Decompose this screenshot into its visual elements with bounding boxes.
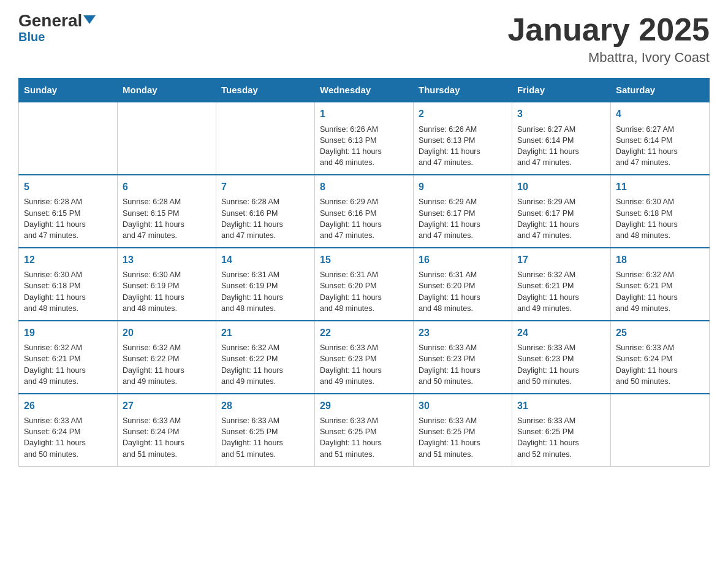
day-info: Sunrise: 6:33 AMSunset: 6:23 PMDaylight:… [419, 342, 507, 387]
calendar-cell: 23Sunrise: 6:33 AMSunset: 6:23 PMDayligh… [414, 321, 512, 394]
day-number: 9 [419, 180, 507, 194]
calendar-header-row: SundayMondayTuesdayWednesdayThursdayFrid… [19, 79, 710, 102]
day-info: Sunrise: 6:33 AMSunset: 6:25 PMDaylight:… [419, 415, 507, 460]
weekday-header-sunday: Sunday [19, 79, 118, 102]
day-number: 4 [616, 107, 704, 121]
weekday-header-saturday: Saturday [611, 79, 710, 102]
logo-triangle-icon [83, 15, 96, 24]
calendar-cell: 22Sunrise: 6:33 AMSunset: 6:23 PMDayligh… [315, 321, 414, 394]
day-info: Sunrise: 6:32 AMSunset: 6:21 PMDaylight:… [24, 342, 112, 387]
calendar-cell [611, 394, 710, 466]
page-header: General Blue January 2025 Mbattra, Ivory… [18, 12, 710, 66]
day-number: 16 [419, 253, 507, 267]
day-number: 5 [24, 180, 112, 194]
day-info: Sunrise: 6:31 AMSunset: 6:20 PMDaylight:… [419, 269, 507, 314]
day-number: 15 [320, 253, 408, 267]
calendar-cell: 15Sunrise: 6:31 AMSunset: 6:20 PMDayligh… [315, 248, 414, 321]
calendar-cell: 19Sunrise: 6:32 AMSunset: 6:21 PMDayligh… [19, 321, 118, 394]
day-number: 11 [616, 180, 704, 194]
calendar-cell: 13Sunrise: 6:30 AMSunset: 6:19 PMDayligh… [118, 248, 216, 321]
calendar-cell: 28Sunrise: 6:33 AMSunset: 6:25 PMDayligh… [216, 394, 315, 466]
calendar-cell: 30Sunrise: 6:33 AMSunset: 6:25 PMDayligh… [414, 394, 512, 466]
day-info: Sunrise: 6:33 AMSunset: 6:25 PMDaylight:… [517, 415, 605, 460]
month-title: January 2025 [507, 12, 710, 47]
calendar-cell: 21Sunrise: 6:32 AMSunset: 6:22 PMDayligh… [216, 321, 315, 394]
day-info: Sunrise: 6:28 AMSunset: 6:15 PMDaylight:… [24, 196, 112, 241]
logo: General Blue [18, 12, 96, 43]
calendar-cell: 9Sunrise: 6:29 AMSunset: 6:17 PMDaylight… [414, 175, 512, 248]
calendar-cell: 6Sunrise: 6:28 AMSunset: 6:15 PMDaylight… [118, 175, 216, 248]
week-row-3: 12Sunrise: 6:30 AMSunset: 6:18 PMDayligh… [19, 248, 710, 321]
day-info: Sunrise: 6:28 AMSunset: 6:16 PMDaylight:… [221, 196, 309, 241]
day-number: 17 [517, 253, 605, 267]
day-info: Sunrise: 6:32 AMSunset: 6:22 PMDaylight:… [221, 342, 309, 387]
day-info: Sunrise: 6:30 AMSunset: 6:18 PMDaylight:… [616, 196, 704, 241]
week-row-5: 26Sunrise: 6:33 AMSunset: 6:24 PMDayligh… [19, 394, 710, 466]
weekday-header-thursday: Thursday [414, 79, 512, 102]
calendar-cell [216, 102, 315, 175]
day-number: 18 [616, 253, 704, 267]
day-number: 7 [221, 180, 309, 194]
calendar-cell: 24Sunrise: 6:33 AMSunset: 6:23 PMDayligh… [512, 321, 611, 394]
day-number: 1 [320, 107, 408, 121]
day-info: Sunrise: 6:33 AMSunset: 6:24 PMDaylight:… [616, 342, 704, 387]
day-info: Sunrise: 6:32 AMSunset: 6:22 PMDaylight:… [123, 342, 211, 387]
day-info: Sunrise: 6:28 AMSunset: 6:15 PMDaylight:… [123, 196, 211, 241]
location-subtitle: Mbattra, Ivory Coast [507, 50, 710, 66]
calendar-cell: 27Sunrise: 6:33 AMSunset: 6:24 PMDayligh… [118, 394, 216, 466]
day-number: 24 [517, 326, 605, 340]
calendar-cell: 7Sunrise: 6:28 AMSunset: 6:16 PMDaylight… [216, 175, 315, 248]
calendar-cell: 1Sunrise: 6:26 AMSunset: 6:13 PMDaylight… [315, 102, 414, 175]
day-info: Sunrise: 6:33 AMSunset: 6:25 PMDaylight:… [221, 415, 309, 460]
weekday-header-wednesday: Wednesday [315, 79, 414, 102]
weekday-header-friday: Friday [512, 79, 611, 102]
day-info: Sunrise: 6:31 AMSunset: 6:19 PMDaylight:… [221, 269, 309, 314]
day-number: 26 [24, 399, 112, 413]
day-info: Sunrise: 6:32 AMSunset: 6:21 PMDaylight:… [616, 269, 704, 314]
calendar-cell: 17Sunrise: 6:32 AMSunset: 6:21 PMDayligh… [512, 248, 611, 321]
day-info: Sunrise: 6:31 AMSunset: 6:20 PMDaylight:… [320, 269, 408, 314]
day-number: 20 [123, 326, 211, 340]
day-number: 29 [320, 399, 408, 413]
week-row-2: 5Sunrise: 6:28 AMSunset: 6:15 PMDaylight… [19, 175, 710, 248]
day-info: Sunrise: 6:30 AMSunset: 6:19 PMDaylight:… [123, 269, 211, 314]
day-info: Sunrise: 6:33 AMSunset: 6:24 PMDaylight:… [123, 415, 211, 460]
day-number: 12 [24, 253, 112, 267]
calendar-cell: 10Sunrise: 6:29 AMSunset: 6:17 PMDayligh… [512, 175, 611, 248]
calendar-cell: 12Sunrise: 6:30 AMSunset: 6:18 PMDayligh… [19, 248, 118, 321]
day-number: 2 [419, 107, 507, 121]
calendar-cell [118, 102, 216, 175]
logo-general-text: General [18, 12, 82, 29]
day-number: 30 [419, 399, 507, 413]
day-number: 21 [221, 326, 309, 340]
day-info: Sunrise: 6:30 AMSunset: 6:18 PMDaylight:… [24, 269, 112, 314]
day-number: 27 [123, 399, 211, 413]
calendar-cell: 3Sunrise: 6:27 AMSunset: 6:14 PMDaylight… [512, 102, 611, 175]
calendar-cell: 18Sunrise: 6:32 AMSunset: 6:21 PMDayligh… [611, 248, 710, 321]
day-number: 19 [24, 326, 112, 340]
calendar-cell: 31Sunrise: 6:33 AMSunset: 6:25 PMDayligh… [512, 394, 611, 466]
day-info: Sunrise: 6:26 AMSunset: 6:13 PMDaylight:… [419, 124, 507, 169]
calendar-cell: 5Sunrise: 6:28 AMSunset: 6:15 PMDaylight… [19, 175, 118, 248]
day-number: 13 [123, 253, 211, 267]
day-number: 23 [419, 326, 507, 340]
calendar-table: SundayMondayTuesdayWednesdayThursdayFrid… [18, 78, 710, 466]
calendar-cell [19, 102, 118, 175]
calendar-cell: 26Sunrise: 6:33 AMSunset: 6:24 PMDayligh… [19, 394, 118, 466]
calendar-cell: 4Sunrise: 6:27 AMSunset: 6:14 PMDaylight… [611, 102, 710, 175]
day-info: Sunrise: 6:26 AMSunset: 6:13 PMDaylight:… [320, 124, 408, 169]
day-number: 10 [517, 180, 605, 194]
day-number: 3 [517, 107, 605, 121]
weekday-header-tuesday: Tuesday [216, 79, 315, 102]
day-number: 31 [517, 399, 605, 413]
day-info: Sunrise: 6:32 AMSunset: 6:21 PMDaylight:… [517, 269, 605, 314]
day-info: Sunrise: 6:27 AMSunset: 6:14 PMDaylight:… [517, 124, 605, 169]
weekday-header-monday: Monday [118, 79, 216, 102]
calendar-cell: 25Sunrise: 6:33 AMSunset: 6:24 PMDayligh… [611, 321, 710, 394]
day-info: Sunrise: 6:29 AMSunset: 6:17 PMDaylight:… [517, 196, 605, 241]
calendar-cell: 20Sunrise: 6:32 AMSunset: 6:22 PMDayligh… [118, 321, 216, 394]
calendar-cell: 11Sunrise: 6:30 AMSunset: 6:18 PMDayligh… [611, 175, 710, 248]
calendar-cell: 8Sunrise: 6:29 AMSunset: 6:16 PMDaylight… [315, 175, 414, 248]
day-info: Sunrise: 6:33 AMSunset: 6:23 PMDaylight:… [320, 342, 408, 387]
calendar-cell: 14Sunrise: 6:31 AMSunset: 6:19 PMDayligh… [216, 248, 315, 321]
